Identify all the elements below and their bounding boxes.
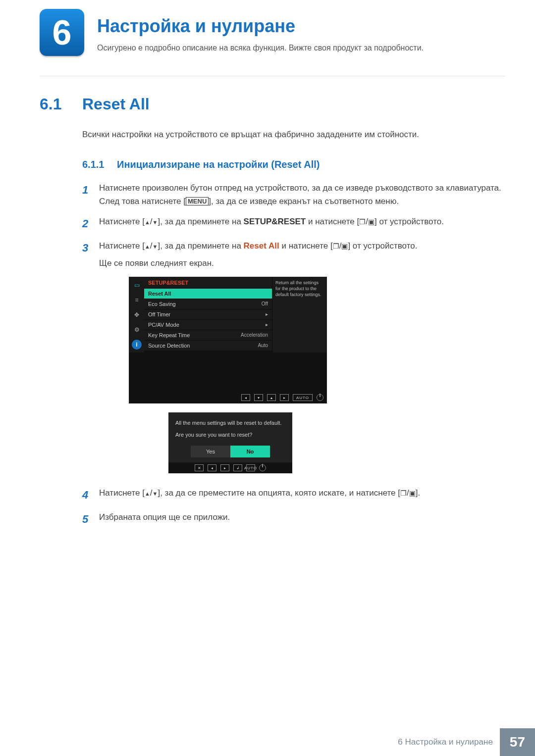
step-text: Натиснете [/], за да се преместите на оп… bbox=[99, 486, 505, 504]
step-number: 1 bbox=[82, 181, 99, 208]
chapter-title: Настройка и нулиране bbox=[97, 16, 505, 37]
step-text: Натиснете произволен бутон отпред на уст… bbox=[99, 181, 505, 208]
osd2-navbar: ◂ ▸ ↲ AUTO bbox=[168, 462, 292, 473]
section-title: Reset All bbox=[82, 95, 150, 113]
monitor-icon: ▭ bbox=[132, 280, 142, 290]
osd2-line1: All the menu settings will be reset to d… bbox=[175, 419, 285, 427]
page-footer: 6 Настройка и нулиране 57 bbox=[0, 728, 535, 756]
down-icon bbox=[153, 217, 158, 226]
nav-auto-label: AUTO bbox=[246, 464, 255, 471]
no-button: No bbox=[230, 446, 270, 457]
step-text: Натиснете [/], за да преминете на Reset … bbox=[99, 239, 505, 270]
step-4: 4 Натиснете [/], за да се преместите на … bbox=[82, 486, 505, 504]
enter-icon: ↲ bbox=[233, 464, 242, 471]
box-icon bbox=[368, 217, 374, 226]
osd-description: Return all the settings for the product … bbox=[272, 277, 326, 353]
down-icon bbox=[153, 241, 158, 251]
osd-row: Source DetectionAuto bbox=[144, 340, 272, 351]
yes-button: Yes bbox=[191, 446, 230, 457]
nav-left-icon: ◂ bbox=[241, 394, 250, 401]
osd-row: Key Repeat TimeAcceleration bbox=[144, 330, 272, 340]
box-icon bbox=[341, 241, 348, 251]
box-icon bbox=[400, 488, 407, 498]
step-5: 5 Избраната опция ще се приложи. bbox=[82, 510, 505, 528]
box-icon bbox=[359, 217, 366, 226]
power-icon bbox=[259, 464, 266, 471]
list-icon: ≡ bbox=[132, 295, 142, 305]
divider bbox=[40, 76, 505, 76]
menu-label: MENU bbox=[186, 197, 209, 206]
nav-auto-label: AUTO bbox=[293, 394, 313, 401]
chapter-subtitle: Осигурено е подробно описание на всяка ф… bbox=[97, 44, 505, 52]
footer-chapter-label: 6 Настройка и нулиране bbox=[398, 737, 493, 747]
section-number: 6.1 bbox=[40, 95, 82, 113]
up-icon bbox=[145, 488, 150, 498]
chapter-number-badge: 6 bbox=[40, 9, 84, 56]
step-text: Натиснете [/], за да преминете на SETUP&… bbox=[99, 215, 505, 232]
nav-up-icon: ▴ bbox=[267, 394, 276, 401]
gear-icon: ⚙ bbox=[132, 325, 142, 335]
chapter-header: 6 Настройка и нулиране Осигурено е подро… bbox=[40, 0, 505, 56]
box-icon bbox=[409, 488, 416, 498]
osd-screenshot-1: ▭ ≡ ✥ ⚙ i SETUP&RESET Reset All Eco Savi… bbox=[129, 277, 505, 403]
subsection-number: 6.1.1 bbox=[82, 159, 117, 170]
down-icon bbox=[153, 488, 158, 498]
osd-row: Off Timer▸ bbox=[144, 309, 272, 319]
nav-right-icon: ▸ bbox=[220, 464, 229, 471]
osd2-line2: Are you sure you want to reset? bbox=[175, 431, 285, 439]
section-intro: Всички настройки на устройството се връщ… bbox=[82, 128, 505, 141]
step-number: 4 bbox=[82, 486, 99, 504]
box-icon bbox=[333, 241, 339, 251]
step-2: 2 Натиснете [/], за да преминете на SETU… bbox=[82, 215, 505, 232]
osd-title: SETUP&RESET bbox=[144, 277, 272, 288]
subsection-header: 6.1.1 Инициализиране на настройки (Reset… bbox=[82, 159, 505, 170]
move-icon: ✥ bbox=[132, 310, 142, 320]
step-number: 3 bbox=[82, 239, 99, 270]
osd-row: PC/AV Mode▸ bbox=[144, 319, 272, 330]
reset-all-label: Reset All bbox=[244, 241, 279, 251]
nav-right-icon: ▸ bbox=[280, 394, 289, 401]
step-number: 2 bbox=[82, 215, 99, 232]
osd-sidebar: ▭ ≡ ✥ ⚙ i bbox=[129, 277, 144, 353]
step-3: 3 Натиснете [/], за да преминете на Rese… bbox=[82, 239, 505, 270]
subsection-title: Инициализиране на настройки (Reset All) bbox=[117, 159, 320, 170]
step-text: Избраната опция ще се приложи. bbox=[99, 510, 505, 528]
setup-reset-label: SETUP&RESET bbox=[244, 217, 306, 226]
up-icon bbox=[145, 241, 150, 251]
up-icon bbox=[145, 217, 150, 226]
step-1: 1 Натиснете произволен бутон отпред на у… bbox=[82, 181, 505, 208]
osd-main: SETUP&RESET Reset All Eco SavingOff Off … bbox=[144, 277, 272, 353]
footer-page-number: 57 bbox=[500, 728, 535, 756]
nav-down-icon: ▾ bbox=[254, 394, 263, 401]
osd-row: Eco SavingOff bbox=[144, 299, 272, 309]
section-header: 6.1 Reset All bbox=[40, 95, 505, 113]
power-icon bbox=[317, 394, 323, 401]
close-icon bbox=[195, 464, 204, 471]
step-number: 5 bbox=[82, 510, 99, 528]
nav-left-icon: ◂ bbox=[208, 464, 216, 471]
info-icon: i bbox=[132, 340, 142, 350]
osd-navbar: ◂ ▾ ▴ ▸ AUTO bbox=[129, 392, 326, 403]
step-followup: Ще се появи следният екран. bbox=[99, 256, 505, 270]
osd-screenshot-2: All the menu settings will be reset to d… bbox=[168, 412, 292, 473]
osd-row-selected: Reset All bbox=[144, 288, 272, 299]
